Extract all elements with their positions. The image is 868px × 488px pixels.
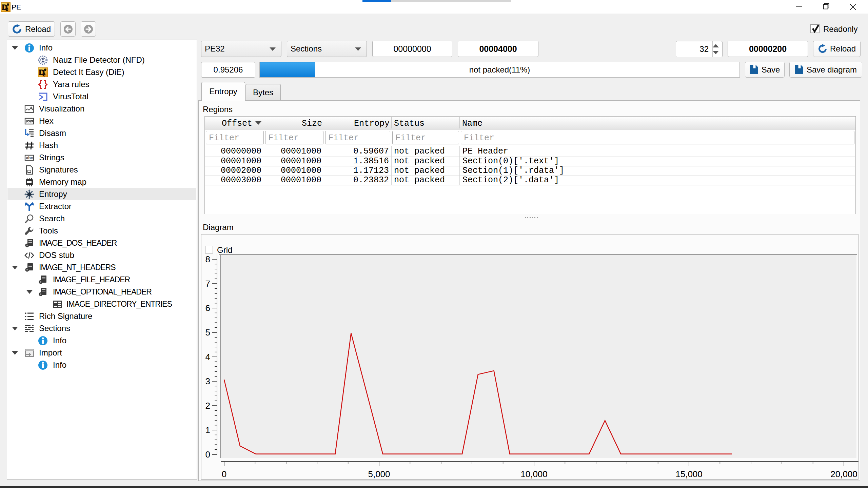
svg-text:0: 0 <box>222 469 226 479</box>
svg-text:4: 4 <box>205 352 210 362</box>
svg-text:15,000: 15,000 <box>675 469 703 479</box>
svg-text:7: 7 <box>205 279 210 289</box>
svg-text:e: e <box>5 5 8 12</box>
svg-text:e: e <box>42 70 45 77</box>
svg-text:6: 6 <box>205 303 210 313</box>
svg-text:8: 8 <box>205 254 210 264</box>
svg-text:10,000: 10,000 <box>520 469 548 479</box>
svg-text:1: 1 <box>205 425 210 435</box>
svg-text:0: 0 <box>205 449 210 460</box>
svg-text:20,000: 20,000 <box>830 469 857 479</box>
svg-text:3: 3 <box>205 376 210 386</box>
svg-text:2: 2 <box>205 401 210 411</box>
svg-text:5: 5 <box>205 327 210 338</box>
svg-text:5,000: 5,000 <box>368 469 390 479</box>
svg-text:abc: abc <box>26 156 33 160</box>
